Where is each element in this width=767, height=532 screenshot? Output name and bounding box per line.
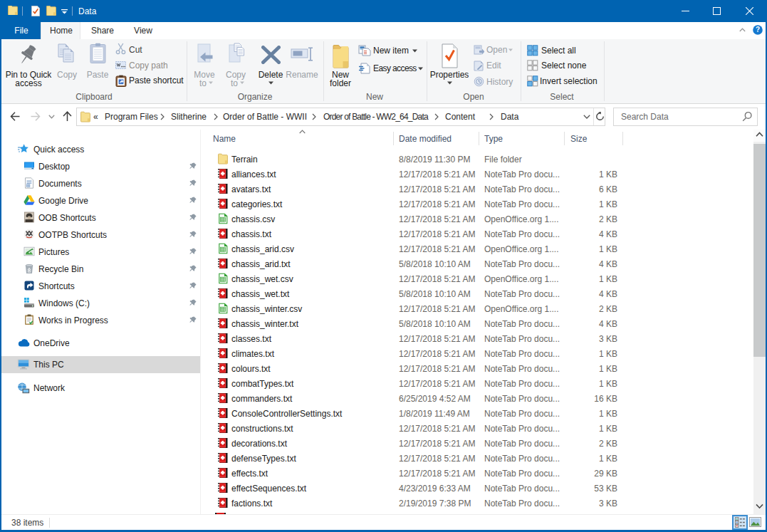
svg-text:?: ?: [756, 26, 760, 33]
